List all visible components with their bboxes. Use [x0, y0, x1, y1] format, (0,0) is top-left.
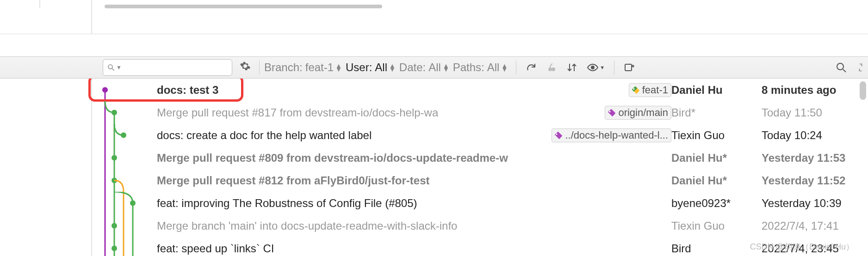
svg-rect-5 — [625, 64, 632, 71]
filter-value: All — [428, 61, 441, 74]
gear-icon[interactable] — [240, 61, 251, 74]
filter-label: User: — [346, 61, 372, 74]
commit-date: 2022/7/4, 17:41 — [762, 219, 868, 232]
commit-date: 8 minutes ago — [762, 84, 868, 97]
chevron-down-icon: ▼ — [600, 65, 605, 70]
branch-tag-label: ../docs-help-wanted-l... — [565, 129, 668, 141]
commit-author: byene0923* — [671, 197, 762, 210]
commit-graph-cell — [92, 169, 157, 192]
commit-message: feat: speed up `links` CI — [157, 242, 274, 255]
commit-message-cell: Merge pull request #809 from devstream-i… — [157, 152, 671, 165]
commit-author: Bird* — [671, 106, 762, 119]
svg-point-2 — [548, 67, 552, 71]
toolbar-separator — [259, 61, 260, 74]
commit-graph-cell — [92, 237, 157, 256]
commit-author: Daniel Hu* — [671, 174, 762, 187]
filter-label: Date: — [399, 61, 426, 74]
horizontal-scrollbar[interactable] — [105, 5, 382, 8]
commit-graph-cell — [92, 124, 157, 146]
commit-message-cell: Merge pull request #812 from aFlyBird0/j… — [157, 174, 671, 187]
branch-tag-label: feat-1 — [642, 84, 668, 96]
svg-point-23 — [112, 155, 117, 161]
open-new-tab-icon[interactable] — [624, 62, 635, 73]
commit-row[interactable]: Merge branch 'main' into docs-update-rea… — [92, 214, 868, 237]
svg-point-11 — [102, 87, 108, 93]
svg-point-41 — [112, 246, 117, 251]
find-icon[interactable] — [836, 62, 847, 73]
svg-point-15 — [112, 110, 117, 116]
commit-message-cell: Merge branch 'main' into docs-update-rea… — [157, 219, 671, 232]
commit-date: Today 10:24 — [762, 129, 868, 142]
updown-icon — [501, 64, 508, 71]
updown-icon — [389, 64, 396, 71]
branch-tag[interactable]: ../docs-help-wanted-l... — [552, 128, 671, 142]
toolbar-separator — [614, 61, 614, 74]
commit-date: Today 11:50 — [762, 106, 868, 119]
svg-point-12 — [633, 88, 634, 89]
user-filter[interactable]: User: All — [346, 61, 396, 74]
toolbar-separator — [516, 61, 516, 74]
git-log-toolbar: ▼ Branch: feat-1 User: All Date: All Pat… — [0, 56, 868, 79]
commit-date: Yesterday 11:52 — [762, 174, 868, 187]
commit-row[interactable]: Merge pull request #809 from devstream-i… — [92, 146, 868, 169]
eye-icon[interactable]: ▼ — [587, 62, 605, 73]
commit-message-cell: feat: improving The Robustness of Config… — [157, 197, 671, 210]
svg-line-1 — [112, 68, 114, 71]
chevron-down-icon: ▼ — [116, 64, 122, 71]
svg-point-8 — [837, 63, 843, 70]
commit-log: docs: test 3feat-1Daniel Hu8 minutes ago… — [0, 79, 868, 256]
commit-graph-cell — [92, 192, 157, 214]
commit-graph-cell — [92, 146, 157, 169]
svg-point-4 — [591, 66, 594, 69]
paths-filter[interactable]: Paths: All — [453, 61, 508, 74]
search-icon — [107, 63, 115, 72]
commit-date: Yesterday 10:39 — [762, 197, 868, 210]
cherry-pick-icon[interactable] — [546, 62, 557, 73]
updown-icon — [335, 64, 342, 71]
svg-point-20 — [556, 133, 558, 134]
filter-value: All — [487, 61, 500, 74]
branch-filter[interactable]: Branch: feat-1 — [264, 61, 342, 74]
commit-row[interactable]: feat: improving The Robustness of Config… — [92, 192, 868, 214]
panel-divider — [91, 0, 92, 34]
vertical-scrollbar[interactable] — [860, 81, 866, 100]
filter-value: All — [375, 61, 387, 74]
commit-author: Daniel Hu* — [671, 152, 762, 165]
commit-message-cell: Merge pull request #817 from devstream-i… — [157, 106, 671, 120]
commit-row[interactable]: Merge pull request #812 from aFlyBird0/j… — [92, 169, 868, 192]
svg-point-36 — [112, 223, 117, 229]
expand-icon[interactable] — [856, 62, 865, 73]
commit-search-field[interactable] — [122, 62, 239, 73]
filter-label: Paths: — [453, 61, 484, 74]
branch-tag[interactable]: feat-1 — [629, 83, 671, 97]
sort-icon[interactable] — [566, 62, 577, 73]
commit-row[interactable]: Merge pull request #817 from devstream-i… — [92, 101, 868, 124]
commit-message-cell: docs: create a doc for the help wanted l… — [157, 128, 671, 142]
commit-author: Tiexin Guo — [671, 219, 762, 232]
commit-search-input[interactable]: ▼ — [103, 59, 232, 76]
branch-tag[interactable]: origin/main — [605, 106, 671, 120]
commit-message: docs: test 3 — [157, 84, 626, 97]
svg-point-0 — [108, 65, 112, 69]
branch-tag-label: origin/main — [618, 107, 668, 119]
svg-point-19 — [121, 133, 126, 138]
date-filter[interactable]: Date: All — [399, 61, 449, 74]
commit-date: 2022/7/4, 23:45 — [762, 242, 868, 255]
commit-row[interactable]: feat: speed up `links` CIBird2022/7/4, 2… — [92, 237, 868, 256]
updown-icon — [443, 64, 449, 71]
commit-author: Daniel Hu — [671, 84, 762, 97]
commit-graph-cell — [92, 101, 157, 124]
commit-graph-cell — [92, 79, 157, 101]
commit-graph-cell — [92, 214, 157, 237]
spacer — [0, 34, 868, 56]
commit-author: Tiexin Guo — [671, 129, 762, 142]
upper-panel — [0, 0, 868, 34]
commit-row[interactable]: docs: create a doc for the help wanted l… — [92, 124, 868, 146]
commit-author: Bird — [671, 242, 762, 255]
svg-point-16 — [609, 110, 611, 112]
commit-date: Yesterday 11:53 — [762, 152, 868, 165]
panel-divider — [39, 0, 40, 8]
refresh-icon[interactable] — [526, 62, 537, 73]
commit-message: Merge pull request #812 from aFlyBird0/j… — [157, 174, 429, 187]
commit-row[interactable]: docs: test 3feat-1Daniel Hu8 minutes ago — [92, 79, 868, 101]
